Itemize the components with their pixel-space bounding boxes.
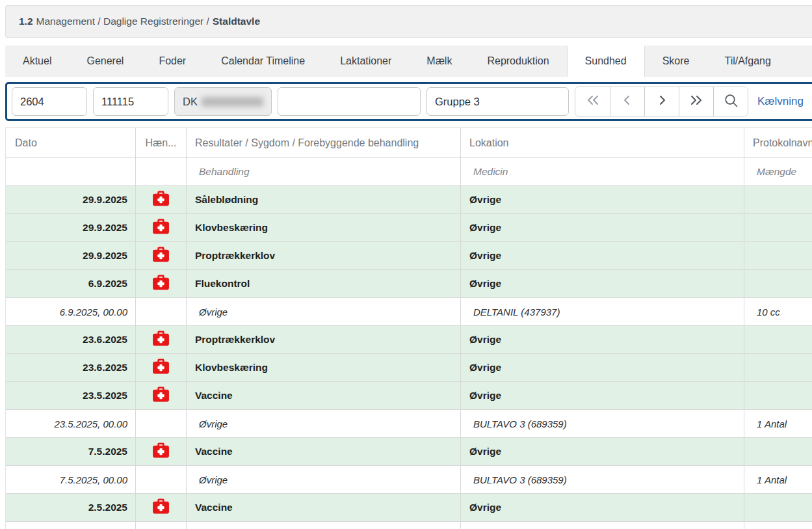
event-icon-cell [136, 186, 187, 213]
table-row[interactable]: 2.5.2025, 00.00 Øvrige BULTAVO 3 (689359… [6, 522, 812, 529]
group-input[interactable] [426, 87, 569, 116]
tab-til-afgang[interactable]: Til/Afgang [707, 46, 788, 77]
table-row[interactable]: 2.5.2025 Vaccine Øvrige [6, 494, 812, 522]
result-cell: Øvrige [187, 410, 461, 437]
double-chevron-left-icon [584, 92, 601, 111]
result-cell: Øvrige [187, 522, 461, 529]
tab-reproduktion[interactable]: Reproduktion [469, 46, 566, 77]
column-header-protokolnavn[interactable]: Protokolnavn [744, 128, 812, 157]
result-cell: Proptrækkerklov [187, 326, 461, 353]
table-row[interactable]: 23.6.2025 Proptrækkerklov Øvrige [6, 326, 812, 354]
search-animal-button[interactable] [713, 87, 748, 116]
tab-generel[interactable]: Generel [69, 46, 141, 77]
lokation-cell: Øvrige [461, 270, 744, 297]
table-row[interactable]: 23.5.2025 Vaccine Øvrige [6, 382, 812, 410]
protokol-cell [744, 270, 812, 297]
column-header-haendelse[interactable]: Hæn... [136, 128, 187, 157]
tab-m-lk[interactable]: Mælk [409, 46, 469, 77]
result-cell: Klovbeskæring [187, 354, 461, 381]
animal-id-prefix: DK [183, 96, 198, 108]
column-header-lokation[interactable]: Lokation [461, 128, 744, 157]
event-icon-cell [136, 410, 187, 437]
tab-skore[interactable]: Skore [645, 46, 707, 77]
protokol-cell [744, 186, 812, 213]
lokation-cell: BULTAVO 3 (689359) [461, 522, 744, 529]
date-cell: 7.5.2025, 00.00 [6, 466, 136, 493]
lokation-cell: DELTANIL (437937) [461, 298, 744, 325]
event-icon-cell [136, 354, 187, 381]
subheader-medicin: Medicin [461, 158, 744, 185]
date-cell: 23.6.2025 [6, 354, 136, 381]
chevron-left-icon [620, 92, 635, 111]
table-row[interactable]: 6.9.2025 Fluekontrol Øvrige [6, 270, 812, 298]
date-cell: 23.6.2025 [6, 326, 136, 353]
herd-number-input[interactable] [93, 87, 168, 116]
record-navigator: DK Kælvning [5, 82, 812, 121]
protokol-cell [744, 326, 812, 353]
kaelvning-link[interactable]: Kælvning [757, 95, 804, 108]
last-record-button[interactable] [679, 87, 713, 116]
protokol-cell: 10 cc [744, 298, 812, 325]
event-icon-cell [136, 298, 187, 325]
event-icon-cell [136, 438, 187, 465]
animal-number-input[interactable] [12, 87, 87, 116]
tab-foder[interactable]: Foder [141, 46, 203, 77]
table-row[interactable]: 6.9.2025, 00.00 Øvrige DELTANIL (437937)… [6, 298, 812, 326]
result-cell: Fluekontrol [187, 270, 461, 297]
event-icon-cell [136, 242, 187, 269]
date-cell: 6.9.2025 [6, 270, 136, 297]
lokation-cell: BULTAVO 3 (689359) [461, 410, 744, 437]
result-cell: Vaccine [187, 382, 461, 409]
event-icon-cell [136, 494, 187, 521]
first-aid-icon [152, 219, 170, 237]
lokation-cell: Øvrige [461, 382, 744, 409]
date-cell: 2.5.2025 [6, 494, 136, 521]
tab-sundhed[interactable]: Sundhed [567, 46, 645, 77]
first-aid-icon [152, 387, 170, 405]
column-header-resultater[interactable]: Resultater / Sygdom / Forebyggende behan… [187, 128, 461, 157]
result-cell: Vaccine [187, 438, 461, 465]
breadcrumb-current-page: Staldtavle [213, 16, 260, 27]
subheader-empty [136, 158, 187, 185]
protokol-cell [744, 494, 812, 521]
protokol-cell [744, 438, 812, 465]
first-aid-icon [152, 247, 170, 265]
lokation-cell: Øvrige [461, 242, 744, 269]
tab-calendar-timeline[interactable]: Calendar Timeline [203, 46, 322, 77]
lokation-cell: Øvrige [461, 438, 744, 465]
table-row[interactable]: 29.9.2025 Såleblødning Øvrige [6, 186, 812, 214]
table-header-row: Dato Hæn... Resultater / Sygdom / Foreby… [6, 128, 812, 158]
table-row[interactable]: 23.5.2025, 00.00 Øvrige BULTAVO 3 (68935… [6, 410, 812, 438]
result-cell: Klovbeskæring [187, 214, 461, 241]
tab-aktuel[interactable]: Aktuel [5, 46, 69, 77]
date-cell: 2.5.2025, 00.00 [6, 522, 136, 529]
date-cell: 29.9.2025 [6, 214, 136, 241]
tab-laktationer[interactable]: Laktationer [322, 46, 409, 77]
previous-record-button[interactable] [610, 87, 644, 116]
first-aid-icon [152, 191, 170, 209]
first-aid-icon [152, 359, 170, 377]
next-record-button[interactable] [644, 87, 679, 116]
protokol-cell: 1 Antal [744, 522, 812, 529]
first-record-button[interactable] [575, 87, 610, 116]
lokation-cell: Øvrige [461, 354, 744, 381]
animal-id-input[interactable]: DK [174, 87, 272, 116]
result-cell: Øvrige [187, 466, 461, 493]
chevron-right-icon [654, 92, 670, 111]
extra-id-input[interactable] [278, 87, 421, 116]
lokation-cell: Øvrige [461, 494, 744, 521]
table-row[interactable]: 7.5.2025 Vaccine Øvrige [6, 438, 812, 466]
subheader-maengde: Mængde [744, 158, 812, 185]
table-row[interactable]: 7.5.2025, 00.00 Øvrige BULTAVO 3 (689359… [6, 466, 812, 494]
result-cell: Proptrækkerklov [187, 242, 461, 269]
column-header-dato[interactable]: Dato [6, 128, 136, 157]
event-icon-cell [136, 214, 187, 241]
lokation-cell: Øvrige [461, 326, 744, 353]
first-aid-icon [152, 275, 170, 293]
table-row[interactable]: 29.9.2025 Proptrækkerklov Øvrige [6, 242, 812, 270]
table-row[interactable]: 29.9.2025 Klovbeskæring Øvrige [6, 214, 812, 242]
protokol-cell [744, 242, 812, 269]
lokation-cell: Øvrige [461, 186, 744, 213]
date-cell: 23.5.2025, 00.00 [6, 410, 136, 437]
table-row[interactable]: 23.6.2025 Klovbeskæring Øvrige [6, 354, 812, 382]
